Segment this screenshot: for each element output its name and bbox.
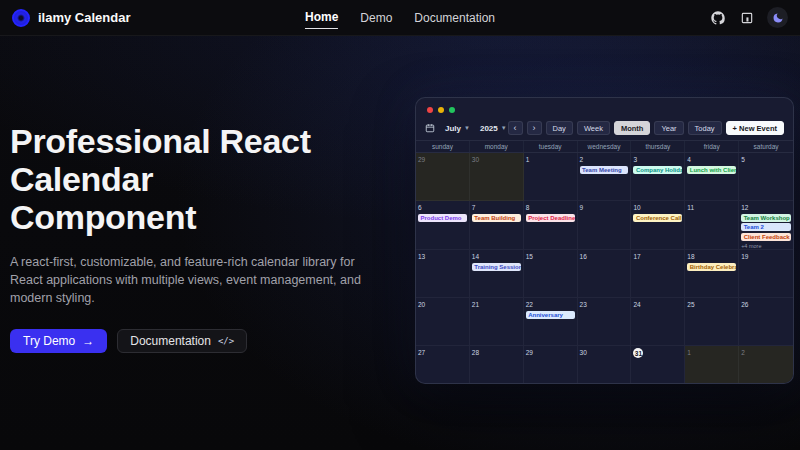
day-number: 20	[418, 300, 467, 309]
calendar-day-cell[interactable]: 30	[470, 153, 524, 201]
calendar-day-cell[interactable]: 11	[685, 201, 739, 250]
view-month-button[interactable]: Month	[614, 121, 651, 135]
calendar-day-cell[interactable]: 21	[470, 298, 524, 346]
view-switcher: DayWeekMonthYear	[546, 121, 684, 135]
day-number: 1	[526, 155, 575, 164]
calendar-day-cell[interactable]: 9	[578, 201, 632, 250]
documentation-button[interactable]: Documentation </>	[117, 329, 247, 353]
view-year-button[interactable]: Year	[654, 121, 683, 135]
calendar-day-cell[interactable]: 1	[524, 153, 578, 201]
calendar-day-cell[interactable]: 5	[739, 153, 793, 201]
calendar-event[interactable]: Team Meeting	[580, 166, 629, 174]
nav-demo[interactable]: Demo	[360, 7, 392, 29]
calendar-day-cell[interactable]: 10Conference Call	[631, 201, 685, 250]
calendar-day-cell[interactable]: 12Team WorkshopTeam 2Client Feedback Ses…	[739, 201, 793, 250]
minimize-window-icon[interactable]	[438, 107, 444, 113]
brand[interactable]: ilamy Calendar	[12, 9, 131, 27]
calendar-day-cell[interactable]: 1	[685, 346, 739, 383]
calendar-day-cell[interactable]: 25	[685, 298, 739, 346]
day-number: 9	[580, 203, 629, 212]
month-dropdown[interactable]: July ▼	[445, 124, 470, 133]
day-number: 5	[741, 155, 791, 164]
calendar-day-cell[interactable]: 2	[739, 346, 793, 383]
year-dropdown[interactable]: 2025 ▼	[480, 124, 507, 133]
prev-button[interactable]: ‹	[508, 121, 523, 135]
day-number: 21	[472, 300, 521, 309]
calendar-day-cell[interactable]: 19	[739, 250, 793, 298]
github-icon[interactable]	[709, 9, 727, 27]
window-titlebar	[416, 98, 793, 114]
calendar-day-cell[interactable]: 8Project Deadline	[524, 201, 578, 250]
calendar-day-cell[interactable]: 13	[416, 250, 470, 298]
nav-documentation[interactable]: Documentation	[414, 7, 495, 29]
calendar-day-cell[interactable]: 7Team Building	[470, 201, 524, 250]
arrow-right-icon: →	[82, 334, 94, 348]
try-demo-button[interactable]: Try Demo →	[10, 329, 107, 353]
weekday-label-sunday: sunday	[416, 141, 470, 152]
close-window-icon[interactable]	[427, 107, 433, 113]
calendar-day-cell[interactable]: 18Birthday Celebration	[685, 250, 739, 298]
calendar-day-cell[interactable]: 15	[524, 250, 578, 298]
header-icons	[709, 7, 788, 28]
calendar-day-cell[interactable]: 30	[578, 346, 632, 383]
calendar-event[interactable]: Team Workshop	[741, 214, 791, 222]
day-number: 29	[526, 348, 575, 357]
more-events-link[interactable]: +4 more	[741, 243, 791, 249]
today-button[interactable]: Today	[688, 121, 722, 135]
calendar-event[interactable]: Client Feedback Session	[741, 233, 791, 241]
page-title: Professional React Calendar Component	[10, 122, 412, 236]
calendar-day-cell[interactable]: 16	[578, 250, 632, 298]
calendar-event[interactable]: Company Holiday	[633, 166, 682, 174]
calendar-day-cell[interactable]: 27	[416, 346, 470, 383]
calendar-day-cell[interactable]: 28	[470, 346, 524, 383]
hero-copy: Professional React Calendar Component A …	[10, 122, 412, 353]
calendar-day-cell[interactable]: 23	[578, 298, 632, 346]
calendar-day-cell[interactable]: 24	[631, 298, 685, 346]
calendar-day-cell[interactable]: 2Team Meeting	[578, 153, 632, 201]
nav-home[interactable]: Home	[305, 6, 338, 29]
calendar-event[interactable]: Training Session	[472, 263, 521, 271]
calendar-day-cell[interactable]: 14Training Session	[470, 250, 524, 298]
view-day-button[interactable]: Day	[546, 121, 573, 135]
calendar-event[interactable]: Lunch with Client	[687, 166, 736, 174]
calendar-event[interactable]: Team Building	[472, 214, 521, 222]
new-event-button[interactable]: + New Event	[726, 121, 784, 135]
moon-icon	[772, 12, 784, 24]
npm-icon[interactable]	[738, 9, 756, 27]
calendar-day-cell[interactable]: 20	[416, 298, 470, 346]
calendar-day-cell[interactable]: 29	[416, 153, 470, 201]
calendar-day-cell[interactable]: 31	[631, 346, 685, 383]
today-day-number: 31	[633, 348, 643, 358]
calendar-day-cell[interactable]: 6Product Demo	[416, 201, 470, 250]
day-number: 18	[687, 252, 736, 261]
calendar-day-cell[interactable]: 26	[739, 298, 793, 346]
day-number: 14	[472, 252, 521, 261]
title-line-2: Calendar	[10, 160, 153, 198]
day-number: 17	[633, 252, 682, 261]
weekday-label-thursday: thursday	[631, 141, 685, 152]
view-week-button[interactable]: Week	[577, 121, 610, 135]
calendar-day-cell[interactable]: 22Anniversary	[524, 298, 578, 346]
calendar-event[interactable]: Team 2	[741, 223, 791, 231]
day-number: 2	[580, 155, 629, 164]
calendar-event[interactable]: Project Deadline	[526, 214, 575, 222]
calendar-day-cell[interactable]: 17	[631, 250, 685, 298]
calendar-day-cell[interactable]: 4Lunch with Client	[685, 153, 739, 201]
day-number: 7	[472, 203, 521, 212]
calendar-day-cell[interactable]: 3Company Holiday	[631, 153, 685, 201]
calendar-event[interactable]: Birthday Celebration	[687, 263, 736, 271]
year-label: 2025	[480, 124, 498, 133]
theme-toggle-button[interactable]	[767, 7, 788, 28]
calendar-event[interactable]: Anniversary	[526, 311, 575, 319]
day-number: 22	[526, 300, 575, 309]
calendar-day-cell[interactable]: 29	[524, 346, 578, 383]
maximize-window-icon[interactable]	[449, 107, 455, 113]
day-number: 25	[687, 300, 736, 309]
calendar-event[interactable]: Product Demo	[418, 214, 467, 222]
calendar-event[interactable]: Conference Call	[633, 214, 682, 222]
code-icon: </>	[218, 336, 234, 346]
next-button[interactable]: ›	[527, 121, 542, 135]
main-nav: HomeDemoDocumentation	[305, 0, 495, 35]
day-number: 10	[633, 203, 682, 212]
month-grid: 293012Team Meeting3Company Holiday4Lunch…	[416, 153, 793, 383]
